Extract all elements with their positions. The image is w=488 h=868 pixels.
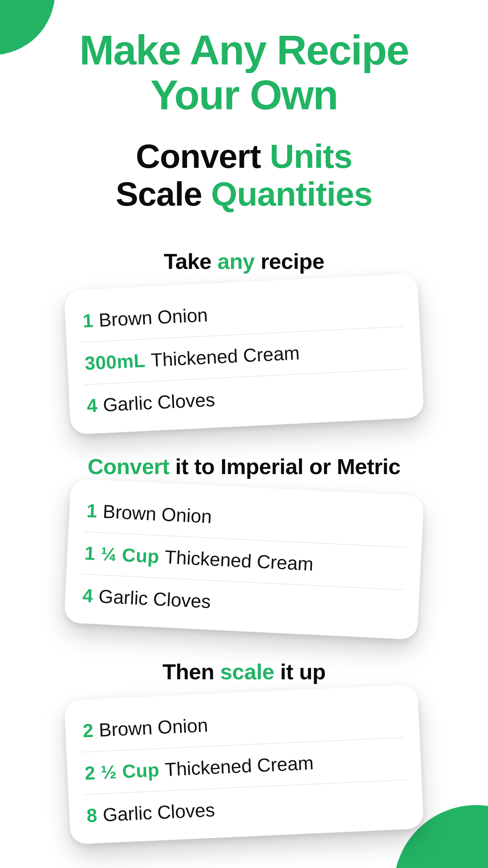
step2-title-highlight: Convert [88,454,169,479]
ingredient-quantity: 4 [86,394,98,416]
ingredient-quantity: 4 [82,585,94,607]
recipe-card-original: 1 Brown Onion 300mL Thickened Cream 4 Ga… [64,273,424,435]
subheading-scale-label: Scale [116,175,211,213]
ingredient-name: Thickened Cream [150,342,300,371]
step3-title-highlight: scale [220,659,274,684]
ingredient-quantity: 2 [82,719,94,741]
ingredient-quantity: 1 [86,500,98,522]
ingredient-name: Garlic Cloves [98,585,211,612]
hero-title-line-2: Your Own [150,72,338,118]
step3-title-post: it up [274,659,326,684]
step1-title-post: recipe [255,249,324,274]
step2-title: Convert it to Imperial or Metric [0,454,488,479]
step1-title-pre: Take [164,249,218,274]
step1-title: Take any recipe [0,248,488,274]
ingredient-name: Thickened Cream [164,752,314,780]
step1-title-highlight: any [217,249,255,274]
ingredient-name: Brown Onion [98,304,208,331]
promo-page: Make Any Recipe Your Own Convert Units S… [0,0,488,868]
subheading-units-highlight: Units [270,137,352,175]
ingredient-name: Thickened Cream [164,546,314,575]
ingredient-quantity: 1 [82,309,94,331]
step3-title: Then scale it up [0,659,488,684]
recipe-card-converted: 1 Brown Onion 1 ¼ Cup Thickened Cream 4 … [64,478,424,640]
recipe-card-scaled: 2 Brown Onion 2 ½ Cup Thickened Cream 8 … [64,684,424,844]
hero-title: Make Any Recipe Your Own [0,28,488,118]
ingredient-name: Brown Onion [102,500,212,527]
ingredient-name: Garlic Cloves [103,388,216,416]
ingredient-name: Garlic Cloves [102,799,215,826]
ingredient-quantity: 300mL [84,349,146,374]
step3-title-pre: Then [162,659,220,684]
ingredient-quantity: 2 ½ Cup [84,759,160,784]
hero-title-line-1: Make Any Recipe [79,27,409,73]
step2-title-post: it to Imperial or Metric [169,454,400,479]
subheading: Convert Units Scale Quantities [0,137,488,213]
subheading-convert-label: Convert [136,137,270,175]
ingredient-quantity: 8 [86,804,98,826]
ingredient-name: Brown Onion [99,714,209,741]
subheading-quantities-highlight: Quantities [211,175,372,213]
ingredient-quantity: 1 ¼ Cup [84,542,160,567]
